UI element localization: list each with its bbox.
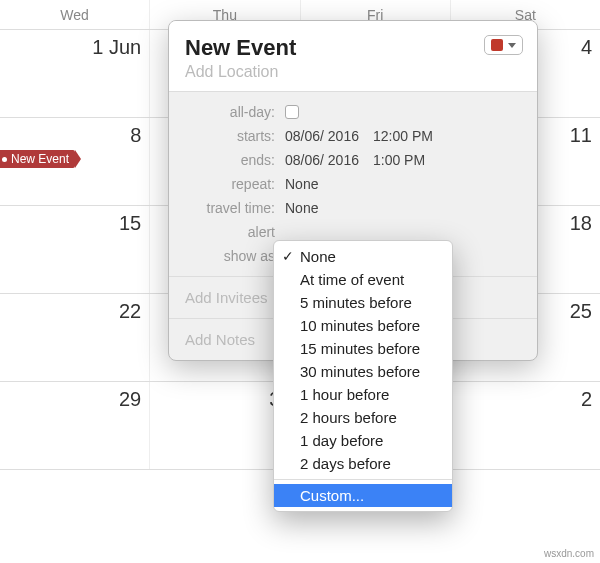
starts-time[interactable]: 12:00 PM xyxy=(373,128,433,144)
event-block[interactable]: New Event xyxy=(0,150,75,168)
alert-option-15m[interactable]: 15 minutes before xyxy=(274,337,452,360)
repeat-label: repeat: xyxy=(185,176,285,192)
ends-time[interactable]: 1:00 PM xyxy=(373,152,425,168)
alert-option-2d[interactable]: 2 days before xyxy=(274,452,452,475)
travel-time-label: travel time: xyxy=(185,200,285,216)
alert-option-custom[interactable]: Custom... xyxy=(274,484,452,507)
day-header: Wed xyxy=(0,0,150,29)
day-cell[interactable]: 22 xyxy=(0,294,150,381)
all-day-label: all-day: xyxy=(185,104,285,120)
show-as-label: show as xyxy=(185,248,285,264)
starts-label: starts: xyxy=(185,128,285,144)
alert-label: alert xyxy=(185,224,285,240)
day-cell[interactable]: 2 xyxy=(451,382,600,469)
event-title-field[interactable]: New Event xyxy=(185,35,521,61)
starts-date[interactable]: 08/06/ 2016 xyxy=(285,128,359,144)
alert-dropdown[interactable]: None At time of event 5 minutes before 1… xyxy=(273,240,453,512)
alert-option-5m[interactable]: 5 minutes before xyxy=(274,291,452,314)
day-cell[interactable]: 15 xyxy=(0,206,150,293)
menu-separator xyxy=(274,479,452,480)
day-cell[interactable]: 29 xyxy=(0,382,150,469)
alert-option-30m[interactable]: 30 minutes before xyxy=(274,360,452,383)
watermark: wsxdn.com xyxy=(544,548,594,559)
alert-option-2h[interactable]: 2 hours before xyxy=(274,406,452,429)
alert-option-1d[interactable]: 1 day before xyxy=(274,429,452,452)
repeat-value[interactable]: None xyxy=(285,176,318,192)
all-day-checkbox[interactable] xyxy=(285,105,299,119)
day-cell[interactable]: 8 New Event xyxy=(0,118,150,205)
chevron-down-icon xyxy=(508,43,516,48)
alert-option-at-time[interactable]: At time of event xyxy=(274,268,452,291)
event-title: New Event xyxy=(11,152,69,166)
color-swatch-icon xyxy=(491,39,503,51)
alert-option-10m[interactable]: 10 minutes before xyxy=(274,314,452,337)
ends-date[interactable]: 08/06/ 2016 xyxy=(285,152,359,168)
calendar-color-picker[interactable] xyxy=(484,35,523,55)
day-cell[interactable]: 1 Jun xyxy=(0,30,150,117)
popover-header: New Event Add Location xyxy=(169,21,537,92)
travel-time-value[interactable]: None xyxy=(285,200,318,216)
event-location-field[interactable]: Add Location xyxy=(185,63,521,81)
alert-option-1h[interactable]: 1 hour before xyxy=(274,383,452,406)
alert-option-none[interactable]: None xyxy=(274,245,452,268)
ends-label: ends: xyxy=(185,152,285,168)
